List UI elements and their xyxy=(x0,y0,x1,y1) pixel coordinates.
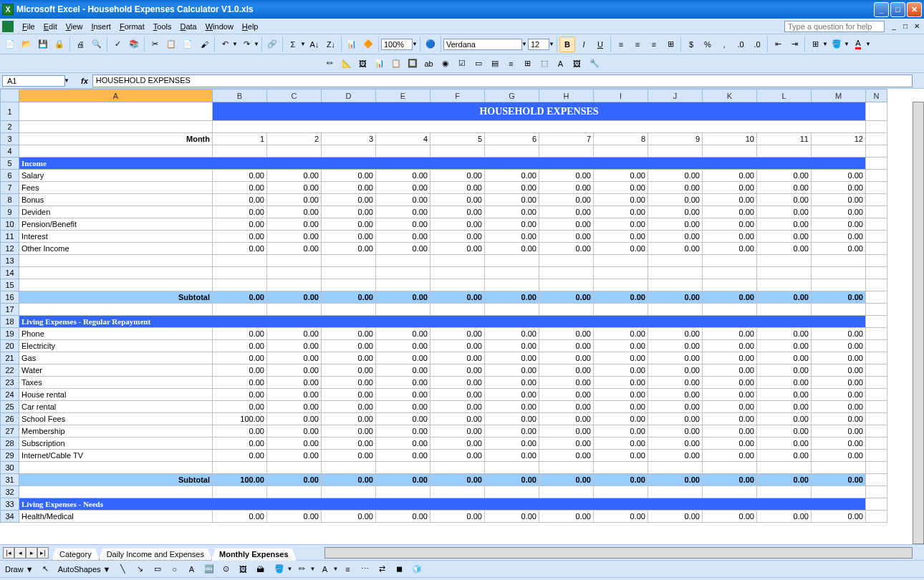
cell[interactable]: 0.00 xyxy=(648,425,703,438)
cell[interactable]: 100.00 xyxy=(213,413,267,425)
cell[interactable] xyxy=(539,462,594,474)
col-header-G[interactable]: G xyxy=(485,90,539,102)
cell[interactable]: 0.00 xyxy=(812,413,866,425)
font-color-icon[interactable]: A xyxy=(317,561,333,577)
3d-icon[interactable]: 🧊 xyxy=(409,561,425,577)
cell[interactable]: 0.00 xyxy=(539,194,594,206)
cell[interactable] xyxy=(19,279,213,291)
tab-first[interactable]: |◂ xyxy=(3,547,14,559)
cell[interactable]: 0.00 xyxy=(322,425,376,438)
cell[interactable]: 0.00 xyxy=(648,243,703,255)
cell[interactable]: 0.00 xyxy=(376,243,430,255)
row-header[interactable]: 15 xyxy=(1,279,19,291)
cell[interactable] xyxy=(539,304,594,316)
row-header[interactable]: 10 xyxy=(1,218,19,231)
cell[interactable]: HOUSEHOLD EXPENSES xyxy=(213,102,866,121)
cell[interactable] xyxy=(485,304,539,316)
cell[interactable]: 0.00 xyxy=(812,377,866,389)
cell[interactable]: 0.00 xyxy=(757,182,812,194)
tb2-icon[interactable]: ▤ xyxy=(487,56,503,72)
cell[interactable]: 0.00 xyxy=(648,352,703,364)
cell[interactable]: 0.00 xyxy=(267,170,322,182)
cell[interactable]: 0.00 xyxy=(485,511,539,523)
cell[interactable] xyxy=(866,462,887,474)
cell[interactable]: 0.00 xyxy=(322,474,376,486)
menu-data[interactable]: Data xyxy=(175,21,201,32)
cell[interactable]: School Fees xyxy=(19,413,213,425)
row-header[interactable]: 5 xyxy=(1,158,19,170)
row-header[interactable]: 25 xyxy=(1,401,19,413)
cell[interactable]: 0.00 xyxy=(594,425,648,438)
cell[interactable]: 0.00 xyxy=(812,182,866,194)
cell[interactable]: 0.00 xyxy=(485,377,539,389)
cell[interactable] xyxy=(812,255,866,267)
cell[interactable]: 0.00 xyxy=(376,170,430,182)
cell[interactable]: 0.00 xyxy=(539,206,594,218)
print-icon[interactable]: 🖨 xyxy=(72,37,88,52)
name-box[interactable] xyxy=(2,75,65,87)
cell[interactable] xyxy=(539,486,594,498)
col-header-K[interactable]: K xyxy=(703,90,757,102)
cell[interactable] xyxy=(648,267,703,279)
doc-minimize[interactable]: _ xyxy=(889,21,899,32)
cell[interactable]: 0.00 xyxy=(757,511,812,523)
cell[interactable]: Month xyxy=(19,133,213,145)
cell[interactable]: 0.00 xyxy=(648,413,703,425)
cell[interactable]: Subscription xyxy=(19,438,213,450)
cell[interactable]: 0.00 xyxy=(757,340,812,352)
cell[interactable]: Membership xyxy=(19,425,213,438)
cell[interactable] xyxy=(539,145,594,158)
cell[interactable]: 0.00 xyxy=(376,218,430,231)
cell[interactable]: 0.00 xyxy=(430,218,485,231)
cell[interactable]: 0.00 xyxy=(322,194,376,206)
cell[interactable]: 0.00 xyxy=(430,401,485,413)
redo-icon[interactable]: ↷ xyxy=(239,37,254,52)
col-header-M[interactable]: M xyxy=(812,90,866,102)
new-icon[interactable]: 📄 xyxy=(2,37,18,52)
cell[interactable]: 0.00 xyxy=(594,206,648,218)
menu-edit[interactable]: Edit xyxy=(39,21,62,32)
row-header[interactable]: 27 xyxy=(1,425,19,438)
cell[interactable] xyxy=(812,267,866,279)
row-header[interactable]: 12 xyxy=(1,243,19,255)
cell[interactable] xyxy=(648,255,703,267)
row-header[interactable]: 28 xyxy=(1,438,19,450)
tb2-icon[interactable]: ⬚ xyxy=(536,56,552,72)
cell[interactable]: 0.00 xyxy=(322,389,376,401)
cell[interactable]: 0.00 xyxy=(322,450,376,462)
cell[interactable] xyxy=(703,304,757,316)
cell[interactable] xyxy=(485,486,539,498)
underline-icon[interactable]: U xyxy=(592,37,608,52)
cell[interactable] xyxy=(430,145,485,158)
cell[interactable]: 4 xyxy=(376,133,430,145)
picture-icon[interactable]: 🏔 xyxy=(253,561,269,577)
cell[interactable]: Taxes xyxy=(19,377,213,389)
cell[interactable]: 0.00 xyxy=(485,352,539,364)
cell[interactable]: 0.00 xyxy=(485,450,539,462)
cell[interactable]: 0.00 xyxy=(430,194,485,206)
cell[interactable]: 0.00 xyxy=(812,364,866,377)
open-icon[interactable]: 📂 xyxy=(19,37,34,52)
tb2-icon[interactable]: ≡ xyxy=(504,56,519,72)
cell[interactable]: 0.00 xyxy=(213,231,267,243)
cell[interactable]: 9 xyxy=(648,133,703,145)
cell[interactable]: 0.00 xyxy=(213,511,267,523)
cell[interactable]: 0.00 xyxy=(594,328,648,340)
cell[interactable]: Bonus xyxy=(19,194,213,206)
cell[interactable] xyxy=(539,255,594,267)
cell[interactable]: 0.00 xyxy=(757,413,812,425)
cell[interactable] xyxy=(812,462,866,474)
cell[interactable]: 0.00 xyxy=(376,389,430,401)
cell[interactable]: 0.00 xyxy=(703,511,757,523)
cell[interactable]: 0.00 xyxy=(322,511,376,523)
cell[interactable]: 0.00 xyxy=(539,401,594,413)
cell[interactable]: 0.00 xyxy=(267,364,322,377)
cell[interactable]: 0.00 xyxy=(322,218,376,231)
cell[interactable] xyxy=(430,304,485,316)
cell[interactable]: 0.00 xyxy=(648,340,703,352)
cell[interactable]: 0.00 xyxy=(594,450,648,462)
cell[interactable]: 7 xyxy=(539,133,594,145)
cell[interactable]: 0.00 xyxy=(213,438,267,450)
cell[interactable]: 0.00 xyxy=(322,291,376,304)
cut-icon[interactable]: ✂ xyxy=(147,37,163,52)
